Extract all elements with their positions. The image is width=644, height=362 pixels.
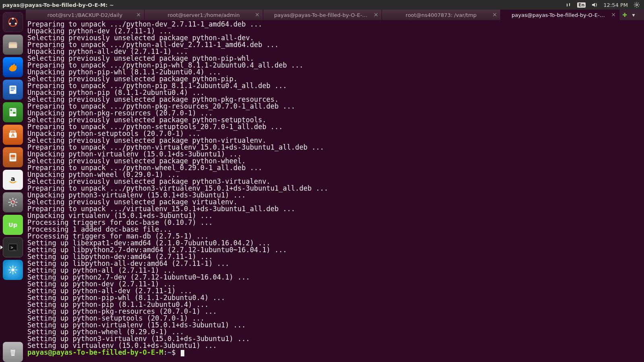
terminal-tab[interactable]: root@ns4007873: /var/tmp×	[382, 10, 501, 20]
close-tab-icon[interactable]: ×	[136, 11, 141, 18]
svg-rect-25	[13, 112, 16, 114]
close-tab-icon[interactable]: ×	[255, 11, 260, 18]
terminal-tab-bar: root@srv1:/BACKUP-D2/daily×root@server1:…	[26, 10, 644, 20]
window-title: payas@payas-To-be-filled-by-O-E-M: ~	[0, 2, 114, 8]
svg-line-38	[15, 205, 17, 206]
svg-rect-30	[10, 158, 15, 159]
launcher-upwork-icon[interactable]: Up	[3, 215, 23, 235]
unity-launcher: AaUp>_	[0, 10, 26, 362]
close-tab-icon[interactable]: ×	[611, 11, 616, 18]
terminal-tab-label: payas@payas-To-be-filled-by-O-E-M: ~	[512, 12, 608, 18]
svg-line-7	[635, 6, 635, 7]
terminal-prompt[interactable]: payas@payas-To-be-filled-by-O-E-M:~$	[27, 349, 642, 356]
network-icon[interactable]	[565, 2, 572, 8]
launcher-app-blue-icon[interactable]	[3, 260, 23, 280]
launcher-trash-icon[interactable]	[3, 342, 23, 362]
top-panel: payas@payas-To-be-filled-by-O-E-M: ~ En …	[0, 0, 644, 10]
svg-rect-53	[10, 349, 16, 350]
svg-line-6	[638, 6, 639, 7]
svg-rect-20	[10, 90, 14, 91]
svg-line-37	[10, 199, 11, 200]
svg-point-10	[12, 18, 14, 20]
svg-rect-15	[9, 43, 17, 44]
launcher-files-icon[interactable]	[3, 35, 23, 55]
svg-point-11	[9, 23, 11, 25]
launcher-writer-icon[interactable]	[3, 80, 23, 100]
svg-line-5	[635, 3, 635, 3]
svg-line-39	[10, 205, 11, 206]
terminal-tab-label: root@ns4007873: /var/tmp	[406, 12, 477, 18]
volume-icon[interactable]	[591, 2, 598, 8]
cursor	[181, 350, 184, 356]
svg-text:A: A	[11, 133, 15, 138]
launcher-terminal-icon[interactable]: >_	[3, 237, 23, 257]
launcher-settings-icon[interactable]	[3, 192, 23, 212]
system-gear-icon[interactable]	[634, 2, 640, 8]
svg-rect-23	[13, 109, 16, 111]
svg-point-12	[15, 23, 17, 25]
launcher-calc-icon[interactable]	[3, 102, 23, 122]
svg-text:>_: >_	[10, 245, 16, 250]
svg-point-0	[636, 4, 638, 6]
svg-line-51	[10, 272, 11, 273]
svg-line-50	[15, 272, 16, 273]
svg-line-8	[638, 3, 639, 3]
terminal-tab-label: root@srv1:/BACKUP-D2/daily	[47, 12, 122, 18]
terminal-tab[interactable]: payas@payas-To-be-filled-by-O-E-M: ~×	[501, 10, 619, 20]
keyboard-layout-indicator[interactable]: En	[577, 2, 586, 8]
indicator-area: En 12:54 PM	[565, 2, 644, 8]
launcher-dash-icon[interactable]	[3, 12, 23, 32]
terminal-tab-label: payas@payas-To-be-filled-by-O-E-M: ~	[274, 12, 371, 18]
svg-line-40	[15, 199, 17, 200]
launcher-software-icon[interactable]: A	[3, 125, 23, 145]
new-tab-button[interactable]: ✚	[621, 11, 628, 19]
svg-point-44	[11, 268, 14, 272]
svg-rect-29	[10, 154, 15, 158]
clock[interactable]: 12:54 PM	[603, 2, 628, 8]
svg-rect-22	[10, 109, 12, 111]
launcher-amazon-icon[interactable]: a	[3, 170, 23, 190]
terminal-tab-label: root@server1:/home/admin	[167, 12, 239, 18]
svg-line-52	[15, 267, 16, 268]
launcher-firefox-icon[interactable]	[3, 57, 23, 77]
tab-menu-button[interactable]: ▾	[630, 11, 637, 19]
close-tab-icon[interactable]: ×	[492, 11, 497, 18]
svg-text:a: a	[11, 175, 15, 183]
svg-rect-24	[10, 112, 12, 114]
launcher-impress-icon[interactable]	[3, 147, 23, 167]
svg-line-49	[10, 267, 11, 268]
terminal-tab[interactable]: root@server1:/home/admin×	[144, 10, 263, 20]
close-tab-icon[interactable]: ×	[374, 11, 378, 18]
prompt-user: payas@payas-To-be-filled-by-O-E-M	[27, 348, 163, 356]
terminal-tab[interactable]: root@srv1:/BACKUP-D2/daily×	[26, 10, 144, 20]
svg-rect-19	[10, 88, 15, 89]
svg-rect-18	[10, 87, 15, 88]
svg-rect-17	[10, 86, 17, 94]
terminal-tab[interactable]: payas@payas-To-be-filled-by-O-E-M: ~×	[263, 10, 382, 20]
terminal-output[interactable]: Preparing to unpack .../python-dev_2.7.1…	[26, 20, 644, 362]
svg-text:Up: Up	[8, 222, 17, 228]
prompt-path: ~	[167, 348, 171, 356]
